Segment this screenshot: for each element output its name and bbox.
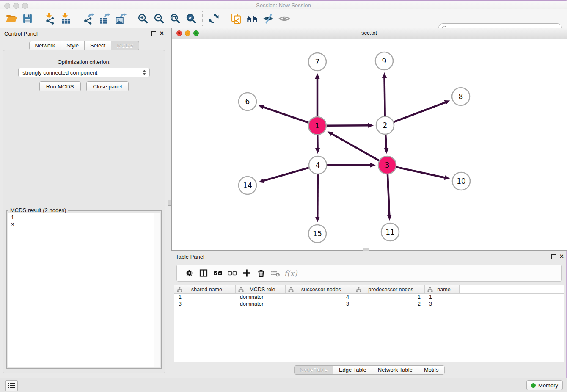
graph-node-2[interactable]: 2 bbox=[376, 116, 394, 134]
zoom-out-icon bbox=[153, 13, 165, 25]
close-panel-icon[interactable]: × bbox=[560, 254, 564, 259]
import-network-button[interactable] bbox=[43, 11, 57, 26]
destroy-table-button[interactable] bbox=[268, 267, 283, 279]
select-all-columns-button[interactable] bbox=[211, 267, 225, 279]
memory-button[interactable]: Memory bbox=[526, 380, 563, 390]
graph-edge-1-2[interactable] bbox=[327, 123, 374, 128]
save-session-button[interactable] bbox=[21, 11, 34, 26]
tab-edge-table[interactable]: Edge Table bbox=[333, 365, 372, 375]
float-panel-icon[interactable] bbox=[151, 31, 156, 36]
graph-edge-1-7[interactable] bbox=[315, 73, 320, 116]
import-table-icon bbox=[60, 13, 72, 25]
network-window-titlebar[interactable]: × − + scc.txt bbox=[172, 28, 567, 39]
close-panel-button[interactable]: Close panel bbox=[86, 81, 129, 91]
graph-edge-3-1[interactable] bbox=[328, 131, 379, 160]
zoom-fit-button[interactable] bbox=[168, 11, 182, 26]
zoom-in-button[interactable] bbox=[136, 11, 150, 26]
graph-node-8[interactable]: 8 bbox=[452, 88, 470, 105]
graph-node-15[interactable]: 15 bbox=[308, 225, 326, 243]
close-panel-icon[interactable]: × bbox=[160, 31, 164, 36]
split-panel-button[interactable] bbox=[196, 267, 211, 279]
graph-node-3[interactable]: 3 bbox=[378, 156, 396, 174]
window-title: Session: New Session bbox=[0, 2, 567, 8]
svg-text:4: 4 bbox=[316, 161, 320, 169]
open-folder-icon bbox=[6, 13, 17, 25]
delete-columns-button[interactable] bbox=[254, 267, 268, 279]
float-panel-icon[interactable] bbox=[551, 254, 556, 259]
table-cell: 3 bbox=[425, 301, 460, 307]
task-history-button[interactable] bbox=[5, 380, 18, 391]
graph-edge-4-3[interactable] bbox=[327, 163, 376, 168]
graph-edge-2-3[interactable] bbox=[384, 135, 388, 154]
mcds-result-textarea[interactable]: 1 3 bbox=[8, 213, 160, 367]
show-all-button[interactable] bbox=[278, 11, 291, 26]
refresh-layout-icon bbox=[208, 13, 220, 25]
main-toolbar bbox=[0, 9, 567, 28]
graph-edge-1-6[interactable] bbox=[259, 105, 309, 123]
control-panel-title: Control Panel bbox=[4, 30, 38, 37]
toolbar-separator bbox=[132, 11, 132, 26]
add-column-button[interactable] bbox=[239, 267, 254, 279]
open-file-button[interactable] bbox=[5, 11, 18, 26]
unselect-all-columns-button[interactable] bbox=[225, 267, 239, 279]
divider-grip[interactable] bbox=[168, 200, 171, 206]
new-network-from-file-button[interactable] bbox=[229, 11, 243, 26]
export-table-button[interactable] bbox=[98, 11, 111, 26]
hide-selected-button[interactable] bbox=[261, 11, 275, 26]
tab-network[interactable]: Network bbox=[29, 41, 61, 50]
table-row[interactable]: 3dominator323 bbox=[174, 301, 564, 307]
result-scrollbar[interactable] bbox=[154, 213, 160, 367]
table-toolbar: f(x) bbox=[176, 265, 562, 282]
table-panel: Table Panel × f(x) shared nameMCDS ro bbox=[171, 252, 567, 377]
graph-edge-2-9[interactable] bbox=[382, 72, 387, 116]
graph-edge-2-8[interactable] bbox=[394, 100, 450, 122]
graph-edge-4-15[interactable] bbox=[315, 174, 320, 222]
table-cell: dominator bbox=[236, 294, 286, 300]
column-header-mcds-role[interactable]: MCDS role bbox=[236, 285, 286, 293]
tab-select[interactable]: Select bbox=[85, 41, 111, 50]
tab-style[interactable]: Style bbox=[61, 41, 85, 50]
network-file-icon bbox=[230, 13, 242, 25]
graph-node-7[interactable]: 7 bbox=[308, 53, 326, 71]
tab-mcds[interactable]: MCDS bbox=[111, 41, 139, 50]
graph-edge-4-14[interactable] bbox=[259, 168, 309, 183]
tab-node-table[interactable]: Node Table bbox=[294, 365, 333, 375]
column-header-successor-nodes[interactable]: successor nodes bbox=[286, 285, 353, 293]
table-cell: 3 bbox=[286, 301, 353, 307]
go-home-button[interactable] bbox=[245, 11, 259, 26]
graph-node-6[interactable]: 6 bbox=[239, 93, 256, 110]
graph-node-1[interactable]: 1 bbox=[308, 117, 326, 135]
mcds-result-text: 1 3 bbox=[8, 213, 160, 229]
column-settings-button[interactable] bbox=[182, 267, 196, 279]
criterion-dropdown[interactable]: strongly connected component bbox=[18, 68, 150, 77]
import-table-button[interactable] bbox=[59, 11, 73, 26]
titlebar: Session: New Session bbox=[0, 1, 567, 9]
graph-node-9[interactable]: 9 bbox=[375, 52, 393, 70]
column-header-shared-name[interactable]: shared name bbox=[174, 285, 236, 293]
zoom-out-button[interactable] bbox=[152, 11, 166, 26]
divider-grip[interactable] bbox=[363, 248, 369, 251]
tab-network-table[interactable]: Network Table bbox=[372, 365, 418, 375]
table-body: 1dominator4113dominator323 bbox=[174, 294, 564, 307]
table-row[interactable]: 1dominator411 bbox=[174, 294, 564, 301]
column-header-predecessor-nodes[interactable]: predecessor nodes bbox=[353, 285, 425, 293]
network-canvas[interactable]: 7968124314101511 bbox=[172, 39, 567, 250]
export-network-button[interactable] bbox=[82, 11, 95, 26]
network-graph: 7968124314101511 bbox=[172, 39, 567, 250]
graph-edge-3-10[interactable] bbox=[396, 167, 450, 180]
graph-node-11[interactable]: 11 bbox=[381, 223, 399, 241]
tab-motifs[interactable]: Motifs bbox=[418, 365, 445, 375]
toolbar-separator bbox=[202, 11, 203, 26]
graph-node-10[interactable]: 10 bbox=[452, 172, 470, 190]
graph-edge-3-11[interactable] bbox=[387, 174, 392, 221]
run-mcds-button[interactable]: Run MCDS bbox=[39, 81, 81, 91]
zoom-selected-button[interactable] bbox=[184, 11, 198, 26]
equation-builder-button[interactable]: f(x) bbox=[283, 267, 297, 279]
export-image-button[interactable] bbox=[114, 11, 127, 26]
graph-edge-1-4[interactable] bbox=[315, 135, 320, 154]
graph-node-14[interactable]: 14 bbox=[239, 177, 256, 194]
apply-layout-button[interactable] bbox=[207, 11, 220, 26]
export-network-icon bbox=[83, 13, 94, 25]
column-header-name[interactable]: name bbox=[425, 285, 460, 293]
graph-node-4[interactable]: 4 bbox=[309, 156, 327, 174]
